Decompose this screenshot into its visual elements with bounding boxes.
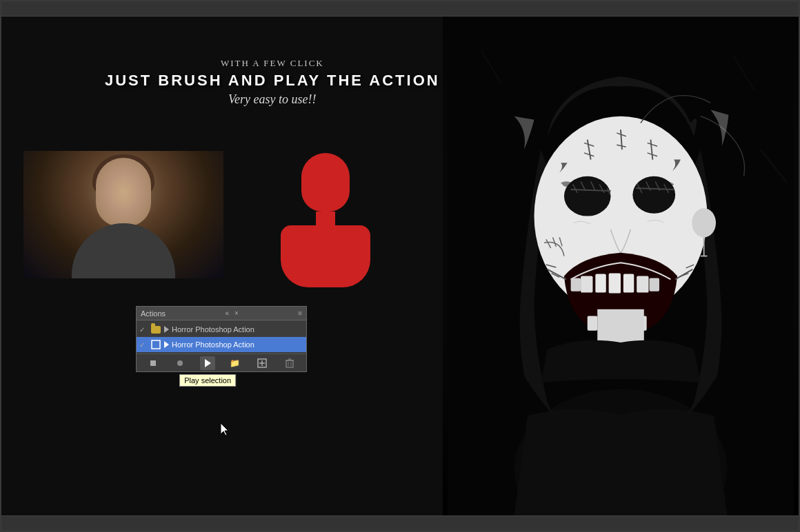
actions-minimize-button[interactable]: « [223, 309, 230, 317]
open-folder-button[interactable]: 📁 [228, 356, 243, 370]
actions-controls: « × [223, 309, 239, 317]
red-silhouette-area [246, 151, 405, 278]
action-icon-action [150, 339, 161, 350]
svg-rect-37 [609, 274, 621, 294]
action-type-icon [151, 340, 161, 349]
delete-button[interactable] [282, 356, 297, 370]
headline-big: JUST BRUSH AND PLAY THE ACTION [105, 72, 440, 90]
actions-titlebar: Actions « × ≡ [137, 307, 306, 320]
svg-rect-36 [595, 274, 606, 293]
action-row-selected[interactable]: ✓ Horror Photoshop Action [137, 337, 306, 352]
action-row-folder[interactable]: ✓ Horror Photoshop Action [137, 322, 306, 337]
red-person-silhouette [277, 153, 374, 277]
action-name-folder: Horror Photoshop Action [172, 325, 303, 334]
red-body [281, 225, 370, 287]
play-button[interactable]: Play selection [200, 356, 215, 370]
action-icon-folder [150, 324, 161, 335]
play-tooltip: Play selection [179, 374, 236, 387]
stop-button[interactable] [146, 356, 161, 370]
expand-arrow-folder [164, 326, 169, 333]
actions-menu-button[interactable]: ≡ [298, 309, 302, 317]
record-button[interactable] [172, 356, 188, 370]
stop-icon [150, 360, 156, 366]
svg-rect-42 [588, 316, 597, 330]
horror-image [443, 17, 799, 515]
red-neck [316, 212, 335, 225]
new-action-icon [257, 358, 267, 368]
headline-script: Very easy to use!! [105, 92, 440, 107]
headline-area: WITH A FEW CLICK JUST BRUSH AND PLAY THE… [105, 58, 440, 107]
top-bar [1, 1, 799, 17]
svg-point-56 [692, 208, 716, 237]
check-mark-action: ✓ [139, 341, 148, 349]
svg-rect-4 [286, 360, 293, 367]
app-frame: WITH A FEW CLICK JUST BRUSH AND PLAY THE… [0, 0, 800, 532]
svg-marker-9 [221, 423, 228, 436]
girl-photo-bg [23, 151, 223, 278]
expand-arrow-action [164, 341, 169, 348]
main-content: WITH A FEW CLICK JUST BRUSH AND PLAY THE… [1, 17, 799, 515]
svg-rect-39 [637, 276, 648, 292]
bottom-bar [1, 515, 799, 531]
play-icon [205, 359, 211, 367]
svg-rect-0 [152, 340, 160, 349]
actions-panel-title: Actions [141, 309, 166, 318]
svg-rect-35 [581, 276, 592, 292]
actions-toolbar: Play selection 📁 [137, 354, 306, 371]
girl-face [96, 158, 151, 227]
new-action-button[interactable] [254, 356, 270, 370]
original-photo [23, 151, 223, 278]
action-name-selected: Horror Photoshop Action [172, 340, 303, 349]
svg-point-23 [632, 176, 675, 214]
svg-rect-41 [650, 278, 659, 291]
svg-rect-40 [571, 278, 581, 291]
girl-shoulders [72, 223, 175, 278]
mouse-cursor [221, 423, 230, 437]
actions-close-button[interactable]: × [233, 309, 240, 317]
right-panel [443, 17, 799, 515]
horror-face-svg [443, 17, 799, 515]
svg-rect-38 [623, 274, 634, 293]
actions-list: ✓ Horror Photoshop Action ✓ [137, 320, 306, 354]
left-panel: WITH A FEW CLICK JUST BRUSH AND PLAY THE… [1, 17, 443, 515]
svg-point-22 [564, 176, 611, 216]
headline-small: WITH A FEW CLICK [105, 58, 440, 69]
actions-panel: Actions « × ≡ ✓ Horror Ph [136, 306, 307, 372]
record-icon [177, 360, 183, 366]
horror-face-container [443, 17, 799, 515]
trash-icon [286, 358, 294, 368]
check-mark-folder: ✓ [139, 326, 148, 334]
red-head [301, 153, 350, 212]
folder-open-icon: 📁 [230, 358, 240, 368]
folder-icon [151, 326, 161, 334]
